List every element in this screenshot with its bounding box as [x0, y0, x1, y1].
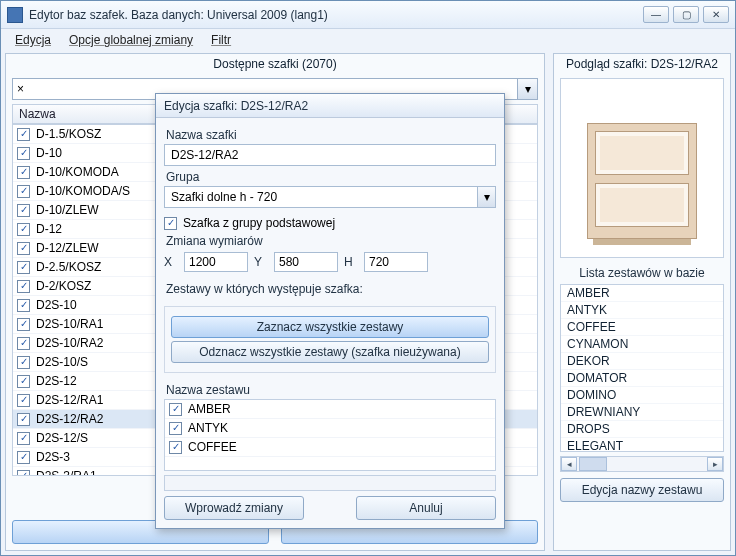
list-item[interactable]: ✓ANTYK — [165, 419, 495, 438]
item-label: D2S-12/S — [36, 431, 88, 445]
menubar: Edycja Opcje globalnej zmiany Filtr — [1, 29, 735, 51]
basic-group-checkbox[interactable]: ✓ — [164, 217, 177, 230]
list-item[interactable]: ELEGANT — [561, 438, 723, 452]
x-input[interactable] — [184, 252, 248, 272]
checkbox-icon[interactable]: ✓ — [17, 337, 30, 350]
checkbox-icon[interactable]: ✓ — [17, 128, 30, 141]
item-label: D2S-12/RA1 — [36, 393, 103, 407]
cabinet-name-label: Nazwa szafki — [166, 128, 494, 142]
sets-list[interactable]: AMBERANTYKCOFFEECYNAMONDEKORDOMATORDOMIN… — [560, 284, 724, 452]
dimensions-label: Zmiana wymiarów — [166, 234, 494, 248]
checkbox-icon[interactable]: ✓ — [17, 413, 30, 426]
h-input[interactable] — [364, 252, 428, 272]
checkbox-icon[interactable]: ✓ — [17, 280, 30, 293]
checkbox-icon[interactable]: ✓ — [17, 394, 30, 407]
checkbox-icon[interactable]: ✓ — [17, 375, 30, 388]
item-label: D-10 — [36, 146, 62, 160]
apply-button[interactable]: Wprowadź zmiany — [164, 496, 304, 520]
cabinet-preview — [560, 78, 724, 258]
titlebar: Edytor baz szafek. Baza danych: Universa… — [1, 1, 735, 29]
checkbox-icon[interactable]: ✓ — [17, 242, 30, 255]
set-name-header: Nazwa zestawu — [166, 383, 494, 397]
checkbox-icon[interactable]: ✓ — [169, 422, 182, 435]
list-item[interactable]: AMBER — [561, 285, 723, 302]
list-item[interactable]: COFFEE — [561, 319, 723, 336]
list-item[interactable]: DOMATOR — [561, 370, 723, 387]
checkbox-icon[interactable]: ✓ — [17, 299, 30, 312]
y-input[interactable] — [274, 252, 338, 272]
checkbox-icon[interactable]: ✓ — [17, 356, 30, 369]
chevron-down-icon[interactable]: ▾ — [517, 79, 537, 99]
cabinet-illustration — [587, 123, 697, 239]
scroll-thumb[interactable] — [579, 457, 607, 471]
checkbox-icon[interactable]: ✓ — [17, 432, 30, 445]
checkbox-icon[interactable]: ✓ — [17, 185, 30, 198]
sets-membership-label: Zestawy w których występuje szafka: — [166, 282, 494, 296]
item-label: D2S-3/RA1 — [36, 469, 97, 476]
edit-cabinet-dialog: Edycja szafki: D2S-12/RA2 Nazwa szafki G… — [155, 93, 505, 529]
item-label: D-10/KOMODA/S — [36, 184, 130, 198]
item-label: D-12 — [36, 222, 62, 236]
preview-title: Podgląd szafki: D2S-12/RA2 — [554, 54, 730, 74]
preview-panel: Podgląd szafki: D2S-12/RA2 Lista zestawó… — [553, 53, 731, 551]
checkbox-icon[interactable]: ✓ — [17, 470, 30, 477]
menu-opcje-globalnej-zmiany[interactable]: Opcje globalnej zmiany — [61, 31, 201, 49]
list-item[interactable]: DOMINO — [561, 387, 723, 404]
item-label: D-1.5/KOSZ — [36, 127, 101, 141]
menu-edycja[interactable]: Edycja — [7, 31, 59, 49]
list-item[interactable]: CYNAMON — [561, 336, 723, 353]
filter-combo-value: × — [17, 82, 24, 96]
group-combo-value: Szafki dolne h - 720 — [171, 190, 277, 204]
checkbox-icon[interactable]: ✓ — [17, 223, 30, 236]
list-item[interactable]: ✓AMBER — [165, 400, 495, 419]
item-label: D-10/KOMODA — [36, 165, 119, 179]
item-label: D-10/ZLEW — [36, 203, 99, 217]
maximize-button[interactable]: ▢ — [673, 6, 699, 23]
list-item[interactable]: DEKOR — [561, 353, 723, 370]
scroll-left-icon[interactable]: ◂ — [561, 457, 577, 471]
item-label: D2S-10/S — [36, 355, 88, 369]
group-combo[interactable]: Szafki dolne h - 720 ▾ — [164, 186, 496, 208]
chevron-down-icon[interactable]: ▾ — [477, 187, 495, 207]
group-label: Grupa — [166, 170, 494, 184]
item-label: ANTYK — [188, 421, 228, 435]
checkbox-icon[interactable]: ✓ — [17, 261, 30, 274]
sets-title: Lista zestawów w bazie — [554, 262, 730, 284]
item-label: D2S-10/RA1 — [36, 317, 103, 331]
checkbox-icon[interactable]: ✓ — [17, 318, 30, 331]
cancel-button[interactable]: Anuluj — [356, 496, 496, 520]
x-label: X — [164, 255, 178, 269]
cabinet-name-input[interactable] — [164, 144, 496, 166]
minimize-button[interactable]: — — [643, 6, 669, 23]
list-item[interactable]: DROPS — [561, 421, 723, 438]
deselect-all-sets-button[interactable]: Odznacz wszystkie zestawy (szafka nieuży… — [171, 341, 489, 363]
window-title: Edytor baz szafek. Baza danych: Universa… — [29, 8, 643, 22]
item-label: D-2/KOSZ — [36, 279, 91, 293]
dialog-sets-list[interactable]: ✓AMBER✓ANTYK✓COFFEE — [164, 399, 496, 471]
edit-set-name-button[interactable]: Edycja nazwy zestawu — [560, 478, 724, 502]
list-item[interactable]: ANTYK — [561, 302, 723, 319]
list-item[interactable]: ✓COFFEE — [165, 438, 495, 457]
select-all-sets-button[interactable]: Zaznacz wszystkie zestawy — [171, 316, 489, 338]
item-label: D2S-10 — [36, 298, 77, 312]
checkbox-icon[interactable]: ✓ — [17, 166, 30, 179]
checkbox-icon[interactable]: ✓ — [17, 204, 30, 217]
menu-filtr[interactable]: Filtr — [203, 31, 239, 49]
scroll-right-icon[interactable]: ▸ — [707, 457, 723, 471]
list-item[interactable]: DREWNIANY — [561, 404, 723, 421]
item-label: D2S-12 — [36, 374, 77, 388]
app-icon — [7, 7, 23, 23]
dialog-title: Edycja szafki: D2S-12/RA2 — [156, 94, 504, 118]
close-button[interactable]: ✕ — [703, 6, 729, 23]
checkbox-icon[interactable]: ✓ — [169, 403, 182, 416]
sets-hscroll[interactable]: ◂ ▸ — [560, 456, 724, 472]
dialog-hscroll[interactable] — [164, 475, 496, 491]
y-label: Y — [254, 255, 268, 269]
checkbox-icon[interactable]: ✓ — [17, 451, 30, 464]
item-label: AMBER — [188, 402, 231, 416]
item-label: D-12/ZLEW — [36, 241, 99, 255]
item-label: COFFEE — [188, 440, 237, 454]
checkbox-icon[interactable]: ✓ — [17, 147, 30, 160]
checkbox-icon[interactable]: ✓ — [169, 441, 182, 454]
item-label: D2S-3 — [36, 450, 70, 464]
